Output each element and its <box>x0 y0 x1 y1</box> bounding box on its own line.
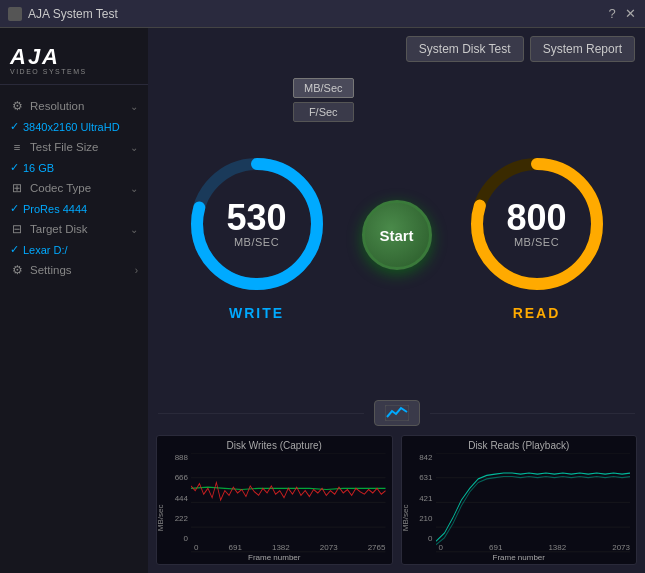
sidebar-item-filesize[interactable]: ≡ Test File Size ⌄ <box>0 135 148 159</box>
write-y-min: 0 <box>184 534 188 543</box>
settings-label: Settings <box>30 264 72 276</box>
sidebar: AJA VIDEO SYSTEMS ⚙ Resolution ⌄ ✓ 3840x… <box>0 28 148 573</box>
write-y-low: 444 <box>175 494 188 503</box>
filesize-value: ✓ 16 GB <box>0 159 148 176</box>
resolution-value: ✓ 3840x2160 UltraHD <box>0 118 148 135</box>
write-chart-box: Disk Writes (Capture) 888 666 444 222 0 <box>156 435 393 565</box>
fsec-button[interactable]: F/Sec <box>293 102 354 122</box>
disk-label: Target Disk <box>30 223 88 235</box>
settings-icon: ⚙ <box>10 263 24 277</box>
read-y-mid: 631 <box>419 473 432 482</box>
graph-toggle-area <box>148 395 645 429</box>
close-button[interactable]: ✕ <box>623 7 637 21</box>
title-bar: AJA System Test ? ✕ <box>0 0 645 28</box>
content-area: System Disk Test System Report MB/Sec F/… <box>148 28 645 573</box>
write-gauge-ring: 530 MB/SEC <box>182 149 332 299</box>
unit-buttons: MB/Sec F/Sec <box>293 78 354 122</box>
write-y-max: 888 <box>175 453 188 462</box>
sidebar-item-codec[interactable]: ⊞ Codec Type ⌄ <box>0 176 148 200</box>
main-container: AJA VIDEO SYSTEMS ⚙ Resolution ⌄ ✓ 3840x… <box>0 28 645 573</box>
title-bar-controls: ? ✕ <box>605 7 637 21</box>
report-button[interactable]: System Report <box>530 36 635 62</box>
graph-area: Disk Writes (Capture) 888 666 444 222 0 <box>148 429 645 573</box>
write-value: 530 <box>226 200 286 236</box>
read-gauge-inner: 800 MB/SEC <box>506 200 566 248</box>
sidebar-divider-1 <box>0 84 148 85</box>
disk-value: ✓ Lexar D:/ <box>0 241 148 258</box>
aja-logo: AJA <box>10 44 60 70</box>
write-y-mid: 666 <box>175 473 188 482</box>
aja-subtitle: VIDEO SYSTEMS <box>10 68 87 75</box>
read-chart-title: Disk Reads (Playback) <box>408 440 631 451</box>
filesize-label: Test File Size <box>30 141 98 153</box>
chart-icon <box>385 405 409 421</box>
resolution-icon: ⚙ <box>10 99 24 113</box>
codec-value: ✓ ProRes 4444 <box>0 200 148 217</box>
write-gauge-inner: 530 MB/SEC <box>226 200 286 248</box>
app-icon <box>8 7 22 21</box>
mbsec-button[interactable]: MB/Sec <box>293 78 354 98</box>
write-y-low2: 222 <box>175 514 188 523</box>
help-button[interactable]: ? <box>605 7 619 21</box>
read-y-label: MB/sec <box>400 505 409 532</box>
read-label: READ <box>513 305 561 321</box>
sidebar-item-resolution[interactable]: ⚙ Resolution ⌄ <box>0 94 148 118</box>
filesize-chevron: ⌄ <box>130 142 138 153</box>
read-gauge-container: 800 MB/SEC READ <box>462 149 612 321</box>
read-y-min: 0 <box>428 534 432 543</box>
read-chart-box: Disk Reads (Playback) 842 631 421 210 0 <box>401 435 638 565</box>
window-title: AJA System Test <box>28 7 118 21</box>
title-bar-left: AJA System Test <box>8 7 118 21</box>
read-value: 800 <box>506 200 566 236</box>
codec-icon: ⊞ <box>10 181 24 195</box>
resolution-chevron: ⌄ <box>130 101 138 112</box>
codec-label: Codec Type <box>30 182 91 194</box>
write-x-axis-label: Frame number <box>163 553 386 562</box>
read-chart-svg <box>436 453 631 553</box>
read-x-axis-label: Frame number <box>408 553 631 562</box>
read-y-max: 842 <box>419 453 432 462</box>
codec-chevron: ⌄ <box>130 183 138 194</box>
graph-toggle-button[interactable] <box>374 400 420 426</box>
write-y-label: MB/sec <box>156 505 165 532</box>
write-chart-svg <box>191 453 386 553</box>
sidebar-item-settings[interactable]: ⚙ Settings › <box>0 258 148 282</box>
top-bar: System Disk Test System Report <box>148 28 645 70</box>
gauge-area: MB/Sec F/Sec 530 MB/SEC <box>148 70 645 395</box>
read-y-low2: 210 <box>419 514 432 523</box>
filesize-icon: ≡ <box>10 140 24 154</box>
disk-test-button[interactable]: System Disk Test <box>406 36 524 62</box>
resolution-label: Resolution <box>30 100 84 112</box>
sidebar-item-disk[interactable]: ⊟ Target Disk ⌄ <box>0 217 148 241</box>
write-gauge-container: 530 MB/SEC WRITE <box>182 149 332 321</box>
start-button[interactable]: Start <box>362 200 432 270</box>
settings-chevron: › <box>135 265 138 276</box>
read-y-low: 421 <box>419 494 432 503</box>
write-unit: MB/SEC <box>226 236 286 248</box>
disk-icon: ⊟ <box>10 222 24 236</box>
write-chart-title: Disk Writes (Capture) <box>163 440 386 451</box>
disk-chevron: ⌄ <box>130 224 138 235</box>
write-label: WRITE <box>229 305 284 321</box>
read-gauge-ring: 800 MB/SEC <box>462 149 612 299</box>
read-unit: MB/SEC <box>506 236 566 248</box>
